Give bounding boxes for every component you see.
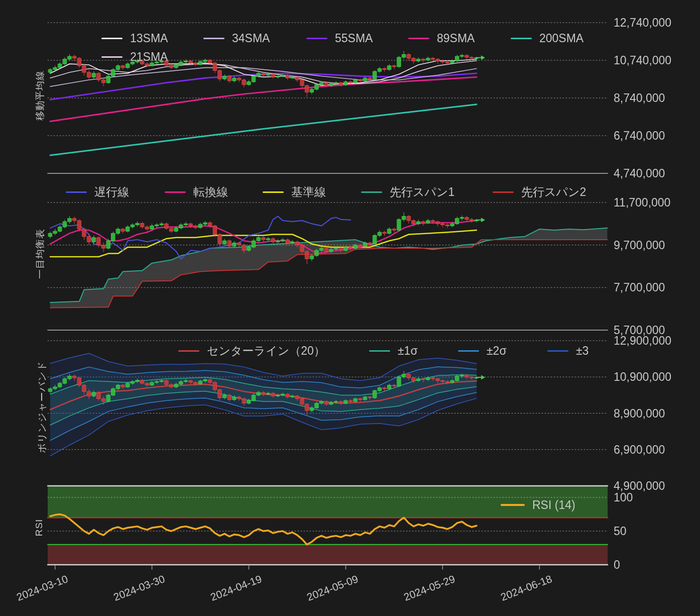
legend-item[interactable]: 200SMA <box>511 31 584 45</box>
legend-swatch <box>101 38 123 39</box>
chart-canvas[interactable] <box>0 0 700 616</box>
legend-item[interactable]: 遅行線 <box>66 185 129 199</box>
legend-item[interactable]: RSI (14) <box>501 498 575 512</box>
legend-label: 先行スパン2 <box>521 186 586 198</box>
legend-swatch <box>203 38 224 39</box>
legend-label: センターライン（20） <box>207 345 325 357</box>
legend-label: ±3 <box>576 345 589 357</box>
legend-label: 89SMA <box>437 33 475 44</box>
legend-item[interactable]: 基準線 <box>263 185 326 199</box>
legend-swatch <box>501 504 525 506</box>
legend-item[interactable]: 13SMA <box>101 31 168 45</box>
legend-swatch <box>306 38 327 39</box>
legend-swatch <box>493 191 514 193</box>
legend-item[interactable]: ±3 <box>547 344 589 358</box>
legend-label: 転換線 <box>193 186 228 198</box>
legend-item[interactable]: 55SMA <box>306 31 373 45</box>
legend-item[interactable]: 転換線 <box>165 185 228 199</box>
legend-item[interactable]: 21SMA <box>101 50 168 64</box>
legend-label: ±2σ <box>487 345 507 357</box>
legend-label: 基準線 <box>291 186 326 198</box>
legend-swatch <box>361 191 382 193</box>
legend-swatch <box>511 38 532 39</box>
legend-swatch <box>408 38 429 39</box>
legend-item[interactable]: 先行スパン1 <box>361 185 454 199</box>
legend-item[interactable]: ±1σ <box>369 344 418 358</box>
legend-item[interactable]: 先行スパン2 <box>493 185 586 199</box>
legend-item[interactable]: 34SMA <box>203 31 270 45</box>
legend-swatch <box>547 350 568 352</box>
legend-swatch <box>178 350 199 352</box>
legend-swatch <box>66 191 87 193</box>
legend-item[interactable]: センターライン（20） <box>178 344 325 358</box>
legend-swatch <box>263 191 284 193</box>
legend-label: 200SMA <box>539 33 584 44</box>
chart-root: 移動平均線 一目均衡表 ボリンジャーバンド RSI 13SMA34SMA55SM… <box>0 0 700 616</box>
legend-label: 13SMA <box>130 33 168 44</box>
legend-label: ±1σ <box>398 345 418 357</box>
legend-item[interactable]: 89SMA <box>408 31 475 45</box>
legend-label: 遅行線 <box>94 186 129 198</box>
legend-label: 21SMA <box>130 51 168 63</box>
legend-swatch <box>369 350 390 352</box>
legend-swatch <box>165 191 186 193</box>
legend-label: 55SMA <box>335 33 373 44</box>
legend-item[interactable]: ±2σ <box>458 344 507 358</box>
legend-label: 先行スパン1 <box>390 186 454 198</box>
legend-label: RSI (14) <box>532 499 575 511</box>
legend-label: 34SMA <box>232 33 270 44</box>
legend-swatch <box>101 56 123 58</box>
legend-swatch <box>458 350 479 352</box>
